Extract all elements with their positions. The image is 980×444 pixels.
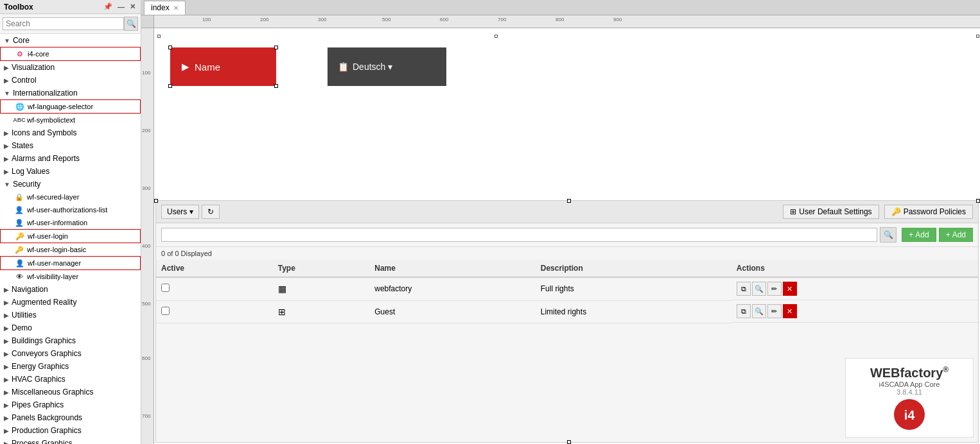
row2-active-checkbox[interactable] <box>161 307 170 315</box>
row1-copy-btn[interactable]: ⧉ <box>737 282 751 296</box>
sidebar-group-pipes-graphics[interactable]: ▶ Pipes Graphics <box>0 398 141 411</box>
vis-label: Visualization <box>12 63 55 72</box>
ruler-v-mark-300: 300 <box>142 185 150 191</box>
sidebar-item-wf-secured-layer[interactable]: 🔒 wf-secured-layer <box>0 191 141 203</box>
name-btn-handle-bl[interactable] <box>168 84 172 88</box>
sidebar-group-icons-symbols[interactable]: ▶ Icons and Symbols <box>0 126 141 139</box>
sidebar-group-conveyors-graphics[interactable]: ▶ Conveyors Graphics <box>0 347 141 360</box>
panels-expand-icon: ▶ <box>4 414 9 422</box>
sidebar-group-control[interactable]: ▶ Control <box>0 74 141 87</box>
sidebar-item-wf-language-selector[interactable]: 🌐 wf-language-selector <box>0 99 141 114</box>
sidebar-group-utilities[interactable]: ▶ Utilities <box>0 309 141 321</box>
sidebar-group-production-graphics[interactable]: ▶ Production Graphics <box>0 424 141 437</box>
sidebar-group-visualization[interactable]: ▶ Visualization <box>0 61 141 74</box>
sidebar-group-misc-graphics[interactable]: ▶ Miscellaneous Graphics <box>0 386 141 398</box>
panel-handle-tl[interactable] <box>154 199 158 203</box>
user-default-settings-btn[interactable]: ⊞ User Default Settings <box>783 205 879 219</box>
tab-index[interactable]: index ✕ <box>144 1 186 15</box>
name-btn-handle-tr[interactable] <box>274 46 278 49</box>
row2-type: ⊞ <box>273 300 370 323</box>
ar-label: Augmented Reality <box>12 298 76 307</box>
ruler-h-mark-500: 500 <box>382 17 390 22</box>
sidebar-item-wf-user-login[interactable]: 🔑 wf-user-login <box>0 229 141 243</box>
intl-label: Internationalization <box>13 89 78 98</box>
production-expand-icon: ▶ <box>4 427 9 434</box>
toolbox-close-icon[interactable]: ✕ <box>128 2 137 12</box>
name-btn-handle-br[interactable] <box>274 84 278 88</box>
sidebar-group-log-values[interactable]: ▶ Log Values <box>0 165 141 178</box>
sidebar-group-internationalization[interactable]: ▼ Internationalization <box>0 87 141 99</box>
users-dropdown-btn[interactable]: Users ▾ <box>161 205 199 219</box>
sidebar-group-alarms-reports[interactable]: ▶ Alarms and Reports <box>0 152 141 165</box>
sidebar-item-i4-core[interactable]: ⚙ i4-core <box>0 47 141 61</box>
sidebar-group-demo[interactable]: ▶ Demo <box>0 321 141 334</box>
name-button[interactable]: ▶ Name <box>170 47 276 86</box>
search-icon-btn[interactable]: 🔍 <box>124 17 138 31</box>
search-input[interactable] <box>3 17 124 30</box>
users-search-input[interactable] <box>161 228 877 242</box>
sidebar-group-navigation[interactable]: ▶ Navigation <box>0 283 141 296</box>
wf-secured-layer-label: wf-secured-layer <box>27 193 79 201</box>
row2-view-btn[interactable]: 🔍 <box>752 304 766 318</box>
row1-view-btn[interactable]: 🔍 <box>752 282 766 296</box>
sidebar-group-panels-backgrounds[interactable]: ▶ Panels Backgrounds <box>0 411 141 424</box>
wf-user-manager-label: wf-user-manager <box>28 259 81 267</box>
sidebar-item-wf-user-authorizations-list[interactable]: 👤 wf-user-authorizations-list <box>0 203 141 216</box>
row2-edit-btn[interactable]: ✏ <box>767 304 782 318</box>
sidebar-group-augmented-reality[interactable]: ▶ Augmented Reality <box>0 296 141 309</box>
icons-expand-icon: ▶ <box>4 130 9 137</box>
toolbox-minimize-icon[interactable]: — <box>116 3 126 12</box>
sidebar-group-core[interactable]: ▼ Core <box>0 34 141 47</box>
add-btn-1[interactable]: + Add <box>902 228 936 242</box>
main-area: index ✕ 100 200 300 500 600 700 800 900 … <box>141 0 980 444</box>
row2-type-icon: ⊞ <box>278 307 286 317</box>
add-btn-2[interactable]: + Add <box>939 228 973 242</box>
sidebar-group-states[interactable]: ▶ States <box>0 139 141 152</box>
users-dropdown-icon: ▾ <box>189 207 193 216</box>
sidebar-group-security[interactable]: ▼ Security <box>0 178 141 191</box>
ruler-vertical: 100 200 300 400 500 600 700 <box>141 28 154 444</box>
sidebar-item-wf-visibility-layer[interactable]: 👁 wf-visibility-layer <box>0 270 141 283</box>
panel-handle-tr[interactable] <box>976 199 980 203</box>
panel-handle-bm[interactable] <box>567 440 571 444</box>
tab-index-close-icon[interactable]: ✕ <box>173 4 179 12</box>
user-login-icon: 🔑 <box>15 231 25 241</box>
name-widget[interactable]: ▶ Name <box>170 47 276 86</box>
sidebar-item-wf-user-manager[interactable]: 👤 wf-user-manager <box>0 256 141 270</box>
name-btn-handle-tl[interactable] <box>168 46 172 49</box>
user-manager-icon: 👤 <box>15 258 25 268</box>
password-policies-btn[interactable]: 🔑 Password Policies <box>884 205 973 219</box>
canvas-handle-tm[interactable] <box>494 35 498 38</box>
ruler-horizontal: 100 200 300 500 600 700 800 900 <box>154 15 980 28</box>
row2-active <box>156 300 273 323</box>
refresh-btn[interactable]: ↻ <box>202 205 220 219</box>
canvas-handle-tl[interactable] <box>157 35 161 38</box>
deutsch-button[interactable]: 📋 Deutsch ▾ <box>328 47 446 86</box>
row2-delete-btn[interactable]: ✕ <box>783 304 797 318</box>
tab-bar: index ✕ <box>141 0 980 15</box>
wf-visibility-layer-label: wf-visibility-layer <box>27 273 78 280</box>
toolbox-title: Toolbox <box>4 3 33 12</box>
sidebar-group-hvac-graphics[interactable]: ▶ HVAC Graphics <box>0 373 141 386</box>
users-table-wrapper: Active Type Name Description Actions <box>156 260 978 323</box>
panel-handle-tm[interactable] <box>567 199 571 203</box>
canvas-handle-tr[interactable] <box>976 35 979 38</box>
log-label: Log Values <box>12 167 49 176</box>
brand-web: WEB <box>870 366 900 380</box>
row2-actions: ⧉ 🔍 ✏ ✕ <box>731 300 978 323</box>
deutsch-widget[interactable]: 📋 Deutsch ▾ <box>328 47 446 86</box>
row1-active-checkbox[interactable] <box>161 284 170 292</box>
toolbox-pin-icon[interactable]: 📌 <box>102 2 114 12</box>
sidebar-group-buildings-graphics[interactable]: ▶ Buildings Graphics <box>0 334 141 347</box>
sidebar-group-energy-graphics[interactable]: ▶ Energy Graphics <box>0 360 141 373</box>
sidebar-item-wf-user-information[interactable]: 👤 wf-user-information <box>0 216 141 229</box>
row1-edit-btn[interactable]: ✏ <box>767 282 782 296</box>
row2-copy-btn[interactable]: ⧉ <box>737 304 751 318</box>
sidebar-group-process-graphics[interactable]: ▶ Process Graphics <box>0 437 141 444</box>
settings-icon: ⊞ <box>790 207 796 216</box>
sidebar-item-wf-user-login-basic[interactable]: 🔑 wf-user-login-basic <box>0 243 141 256</box>
row1-type-icon: ▦ <box>278 284 286 294</box>
sidebar-item-wf-symbolictext[interactable]: ABC wf-symbolictext <box>0 114 141 126</box>
row1-delete-btn[interactable]: ✕ <box>783 282 797 296</box>
users-search-btn[interactable]: 🔍 <box>880 227 897 243</box>
